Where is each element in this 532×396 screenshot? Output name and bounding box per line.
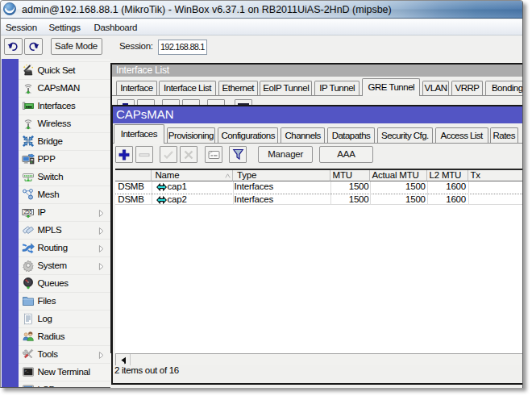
svg-text:>_: >_ bbox=[24, 369, 29, 373]
svg-text:255: 255 bbox=[23, 209, 32, 215]
